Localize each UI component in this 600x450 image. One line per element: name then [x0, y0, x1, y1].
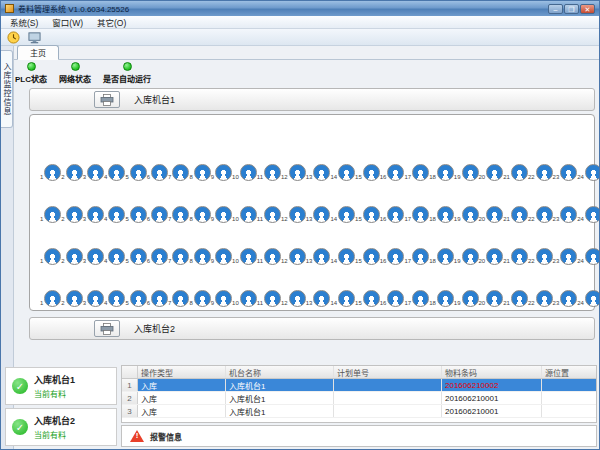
roll-slot[interactable]: 5 — [125, 164, 146, 181]
roll-slot[interactable]: 9 — [211, 248, 232, 265]
roll-slot[interactable]: 17 — [404, 206, 429, 223]
roll-slot[interactable]: 22 — [528, 290, 553, 307]
roll-slot[interactable]: 9 — [211, 290, 232, 307]
roll-slot[interactable]: 22 — [528, 206, 553, 223]
roll-slot[interactable]: 17 — [404, 164, 429, 181]
roll-slot[interactable]: 10 — [232, 290, 257, 307]
menu-item-window[interactable]: 窗口(W) — [45, 16, 90, 28]
minimize-button[interactable]: – — [548, 4, 563, 14]
roll-slot[interactable]: 4 — [104, 206, 125, 223]
table-row[interactable]: 2入库入库机台1201606210001 — [122, 392, 596, 405]
roll-slot[interactable]: 24 — [577, 206, 600, 223]
roll-slot[interactable]: 8 — [189, 248, 210, 265]
roll-slot[interactable]: 15 — [355, 164, 380, 181]
table-header-cell[interactable]: 源位置 — [542, 366, 597, 378]
roll-slot[interactable]: 20 — [479, 290, 504, 307]
roll-slot[interactable]: 14 — [330, 290, 355, 307]
history-toolbar-button[interactable] — [4, 30, 22, 45]
roll-slot[interactable]: 13 — [306, 248, 331, 265]
roll-slot[interactable]: 10 — [232, 206, 257, 223]
roll-slot[interactable]: 21 — [503, 248, 528, 265]
roll-slot[interactable]: 1 — [40, 248, 61, 265]
table-row[interactable]: 1入库入库机台1201606210002 — [122, 379, 596, 392]
roll-slot[interactable]: 19 — [454, 290, 479, 307]
roll-slot[interactable]: 8 — [189, 164, 210, 181]
roll-slot[interactable]: 11 — [257, 248, 281, 265]
title-bar[interactable]: 卷料管理系统 V1.0.6034.25526 – ❐ ✕ — [1, 1, 599, 16]
roll-slot[interactable]: 3 — [83, 164, 104, 181]
roll-slot[interactable]: 2 — [61, 206, 82, 223]
roll-slot[interactable]: 14 — [330, 206, 355, 223]
print-button-machine2[interactable] — [94, 320, 120, 337]
table-header-cell[interactable]: 操作类型 — [138, 366, 226, 378]
table-header-cell[interactable]: 物料条码 — [442, 366, 542, 378]
roll-slot[interactable]: 7 — [168, 164, 189, 181]
roll-slot[interactable]: 16 — [380, 164, 405, 181]
roll-slot[interactable]: 8 — [189, 290, 210, 307]
menu-item-system[interactable]: 系统(S) — [3, 16, 45, 28]
roll-slot[interactable]: 23 — [553, 206, 578, 223]
roll-slot[interactable]: 6 — [147, 290, 168, 307]
roll-slot[interactable]: 1 — [40, 206, 61, 223]
machine-card[interactable]: ✓入库机台1当前有料 — [5, 367, 117, 405]
roll-slot[interactable]: 13 — [306, 290, 331, 307]
roll-slot[interactable]: 5 — [125, 248, 146, 265]
roll-slot[interactable]: 16 — [380, 248, 405, 265]
roll-slot[interactable]: 14 — [330, 248, 355, 265]
roll-slot[interactable]: 23 — [553, 290, 578, 307]
table-header-cell[interactable]: 机台名称 — [226, 366, 334, 378]
table-row[interactable]: 3入库入库机台1201606210001 — [122, 405, 596, 418]
roll-slot[interactable]: 24 — [577, 164, 600, 181]
roll-slot[interactable]: 15 — [355, 248, 380, 265]
roll-slot[interactable]: 18 — [429, 206, 454, 223]
roll-slot[interactable]: 13 — [306, 164, 331, 181]
roll-slot[interactable]: 16 — [380, 290, 405, 307]
roll-slot[interactable]: 11 — [257, 290, 281, 307]
roll-slot[interactable]: 11 — [257, 206, 281, 223]
roll-slot[interactable]: 10 — [232, 248, 257, 265]
roll-slot[interactable]: 3 — [83, 248, 104, 265]
roll-slot[interactable]: 12 — [281, 248, 306, 265]
roll-slot[interactable]: 19 — [454, 206, 479, 223]
roll-slot[interactable]: 4 — [104, 164, 125, 181]
roll-slot[interactable]: 18 — [429, 164, 454, 181]
roll-slot[interactable]: 6 — [147, 206, 168, 223]
table-header-cell[interactable]: 计划单号 — [334, 366, 442, 378]
roll-slot[interactable]: 18 — [429, 290, 454, 307]
roll-slot[interactable]: 15 — [355, 290, 380, 307]
roll-slot[interactable]: 13 — [306, 206, 331, 223]
roll-slot[interactable]: 9 — [211, 164, 232, 181]
roll-slot[interactable]: 17 — [404, 248, 429, 265]
print-button-machine1[interactable] — [94, 91, 120, 108]
roll-slot[interactable]: 18 — [429, 248, 454, 265]
roll-slot[interactable]: 12 — [281, 290, 306, 307]
roll-slot[interactable]: 17 — [404, 290, 429, 307]
roll-slot[interactable]: 5 — [125, 290, 146, 307]
roll-slot[interactable]: 6 — [147, 164, 168, 181]
roll-slot[interactable]: 12 — [281, 164, 306, 181]
roll-slot[interactable]: 7 — [168, 290, 189, 307]
side-tab-monitor[interactable]: 入库监控信息 — [1, 50, 13, 128]
close-button[interactable]: ✕ — [580, 4, 595, 14]
roll-slot[interactable]: 20 — [479, 248, 504, 265]
machine-card[interactable]: ✓入库机台2当前有料 — [5, 408, 117, 446]
roll-slot[interactable]: 12 — [281, 206, 306, 223]
roll-slot[interactable]: 9 — [211, 206, 232, 223]
roll-slot[interactable]: 14 — [330, 164, 355, 181]
roll-slot[interactable]: 3 — [83, 290, 104, 307]
roll-slot[interactable]: 1 — [40, 164, 61, 181]
roll-slot[interactable]: 2 — [61, 248, 82, 265]
tab-home[interactable]: 主页 — [17, 45, 59, 60]
roll-slot[interactable]: 23 — [553, 164, 578, 181]
roll-slot[interactable]: 10 — [232, 164, 257, 181]
roll-slot[interactable]: 16 — [380, 206, 405, 223]
roll-slot[interactable]: 4 — [104, 290, 125, 307]
roll-slot[interactable]: 6 — [147, 248, 168, 265]
roll-slot[interactable]: 2 — [61, 290, 82, 307]
roll-slot[interactable]: 1 — [40, 290, 61, 307]
roll-slot[interactable]: 20 — [479, 206, 504, 223]
roll-slot[interactable]: 21 — [503, 164, 528, 181]
roll-slot[interactable]: 24 — [577, 290, 600, 307]
roll-slot[interactable]: 22 — [528, 164, 553, 181]
menu-item-other[interactable]: 其它(O) — [90, 16, 133, 28]
